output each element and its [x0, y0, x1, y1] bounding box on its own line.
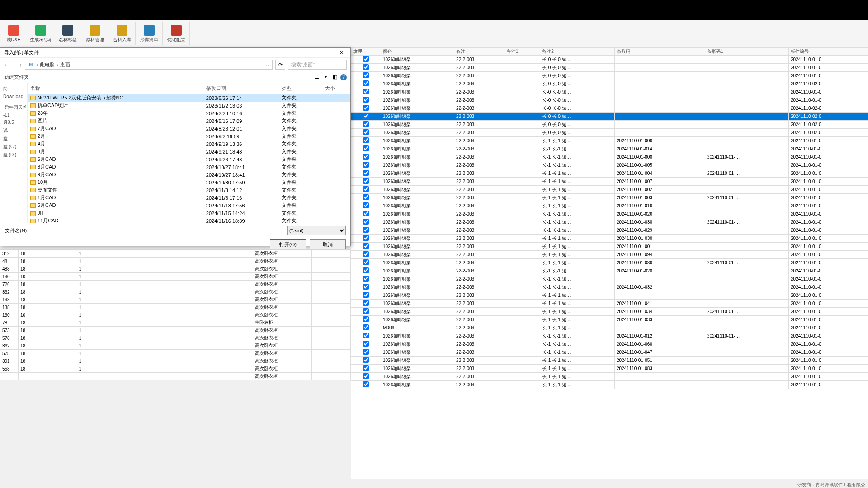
table-row[interactable]: 1026咖啡银梨22-2-003长-1 长-1 短…20241110-01-02… [351, 267, 868, 275]
row-checkbox[interactable] [363, 89, 369, 94]
preview-pane-icon[interactable]: ◧ [331, 74, 339, 81]
row-checkbox[interactable] [363, 121, 369, 127]
file-row[interactable]: 3月 2024/9/21 18:48文件夹 [28, 148, 350, 155]
table-row[interactable]: 1026咖啡银梨22-2-003长-1 长-1 短…20241110-01-00… [351, 161, 868, 169]
table-row[interactable]: 1026咖啡银梨22-2-003长-1 长-1 短…20241110-01-05… [351, 357, 868, 365]
row-checkbox[interactable] [363, 284, 369, 290]
row-checkbox[interactable] [363, 251, 369, 257]
row-checkbox[interactable] [363, 292, 369, 298]
table-row[interactable]: 362181 高次卧衣柜 [0, 288, 351, 296]
data-grid[interactable]: 纹理颜色备注备注1备注2条形码条形码1板件编号 1026咖啡银梨22-2-003… [351, 47, 868, 479]
row-checkbox[interactable] [363, 349, 369, 355]
toolbar-button[interactable]: 优化配置 [163, 22, 190, 45]
column-header[interactable]: 板件编号 [789, 48, 868, 56]
help-icon[interactable]: ? [340, 74, 347, 80]
row-checkbox[interactable] [363, 381, 369, 387]
row-checkbox[interactable] [363, 113, 369, 119]
column-header[interactable]: 纹理 [351, 48, 381, 56]
table-row[interactable]: 1026咖啡银梨22-2-003长-1 长-1 短…20241110-01-04… [351, 300, 868, 308]
table-row[interactable]: 1026咖啡银梨22-2-003长-1 长-1 短…20241110-01-03… [351, 316, 868, 324]
close-icon[interactable]: ✕ [336, 50, 347, 56]
table-row[interactable]: 1026咖啡银梨22-2-003长-1 长-1 短…20241110-01-09… [351, 251, 868, 259]
new-folder-button[interactable]: 新建文件夹 [4, 74, 29, 80]
row-checkbox[interactable] [363, 178, 369, 184]
table-row[interactable]: 78181 主卧衣柜 [0, 319, 351, 327]
row-checkbox[interactable] [363, 333, 369, 338]
file-row[interactable]: 23年 2024/2/23 10:16文件夹 [28, 109, 350, 117]
row-checkbox[interactable] [363, 194, 369, 200]
table-row[interactable]: 1026咖啡银梨22-2-003长-0 长-0 短…20241110-01-0 [351, 72, 868, 80]
row-checkbox[interactable] [363, 154, 369, 160]
table-row[interactable]: 1026咖啡银梨22-2-003长-1 长-1 短…20241110-01-02… [351, 226, 868, 235]
file-row[interactable]: 拆单CAD统计 2023/11/2 13:03文件夹 [28, 102, 350, 109]
toolbar-button[interactable]: 合料入库 [108, 22, 136, 45]
row-checkbox[interactable] [363, 72, 369, 78]
table-row[interactable]: 1026咖啡银梨22-2-003长-1 长-1 短…20241110-01-03… [351, 308, 868, 316]
column-header[interactable]: 条形码1 [705, 48, 789, 56]
file-row[interactable]: 图片 2024/5/16 17:09文件夹 [28, 117, 350, 125]
table-row[interactable]: 1026咖啡银梨22-2-003长-1 长-1 短…20241110-01-01… [351, 332, 868, 340]
file-row[interactable]: 8月CAD 2024/10/27 18:41文件夹 [28, 163, 350, 171]
table-row[interactable]: 391181 高次卧衣柜 [0, 357, 351, 365]
file-row[interactable]: 5月CAD 2024/11/13 17:56文件夹 [28, 202, 350, 209]
column-header[interactable]: 颜色 [381, 48, 454, 56]
view-dropdown-icon[interactable]: ▼ [322, 74, 330, 81]
table-row[interactable]: 1026咖啡银梨22-2-003长-0 长-0 短…20241110-02-0 [351, 121, 868, 129]
table-row[interactable]: 1026咖啡银梨22-2-003长-1 长-1 短…20241110-01-00… [351, 178, 868, 186]
tree-item[interactable]: 月3.5 [1, 118, 26, 127]
table-row[interactable]: 1026咖啡银梨22-2-003长-1 长-1 短…20241110-01-0 [351, 291, 868, 300]
open-button[interactable]: 打开(O) [270, 239, 306, 249]
row-checkbox[interactable] [363, 308, 369, 314]
address-bar[interactable]: 🖥 › 此电脑 › 桌面 ⌄ [25, 60, 273, 70]
tree-item[interactable]: -11 [1, 112, 26, 118]
table-row[interactable]: 1026咖啡银梨22-2-003长-0 长-0 短…20241110-02-0 [351, 80, 868, 88]
row-checkbox[interactable] [363, 97, 369, 103]
table-row[interactable]: 1026咖啡银梨22-2-003长-1 长-1 短…20241110-01-00… [351, 243, 868, 251]
filetype-select[interactable]: (*.xml) [287, 226, 346, 235]
column-header[interactable]: 备注 [454, 48, 505, 56]
table-row[interactable]: 1026咖啡银梨22-2-003长-1 长-1 短…20241110-01-04… [351, 348, 868, 357]
view-mode-icon[interactable]: ☰ [313, 74, 321, 81]
table-row[interactable]: 130101 高次卧衣柜 [0, 311, 351, 319]
table-row[interactable]: 138181 高次卧衣柜 [0, 296, 351, 304]
table-row[interactable]: 1026咖啡银梨22-2-003长-0 长-0 短…20241110-02-0 [351, 104, 868, 113]
up-icon[interactable]: ↑ [19, 62, 22, 67]
table-row[interactable]: 488181 高次卧衣柜 [0, 265, 351, 273]
column-header[interactable]: 备注1 [505, 48, 540, 56]
table-row[interactable]: 1026咖啡银梨22-2-003长-1 长-1 短…20241110-01-01… [351, 145, 868, 153]
toolbar-button[interactable]: 生成G代码 [27, 22, 54, 45]
row-checkbox[interactable] [363, 341, 369, 347]
table-row[interactable]: 130101 高次卧衣柜 [0, 273, 351, 281]
table-row[interactable]: 1026咖啡银梨22-2-003长-0 长-0 短…20241110-01-0 [351, 56, 868, 64]
row-checkbox[interactable] [363, 365, 369, 371]
chevron-down-icon[interactable]: ⌄ [265, 62, 269, 68]
table-row[interactable]: 1026咖啡银梨22-2-003长-1 长-1 短…20241110-01-0 [351, 275, 868, 283]
file-row[interactable]: 7月CAD 2024/8/28 12:01文件夹 [28, 125, 350, 132]
table-row[interactable]: 1026咖啡银梨22-2-003长-1 长-1 短…20241110-01-0 [351, 381, 868, 389]
table-row[interactable]: 1026咖啡银梨22-2-003长-1 长-1 短…20241110-01-03… [351, 235, 868, 243]
file-row[interactable]: 桌面文件 2024/11/3 14:12文件夹 [28, 186, 350, 194]
table-row[interactable]: 1026咖啡银梨22-2-003长-1 长-1 短…20241110-01-06… [351, 340, 868, 348]
table-row[interactable]: 575181 高次卧衣柜 [0, 350, 351, 357]
column-header[interactable]: 名称 [28, 83, 203, 94]
toolbar-button[interactable]: 成DXF [0, 22, 27, 45]
table-row[interactable]: 1026咖啡银梨22-2-003长-1 长-1 短…20241110-01-01… [351, 202, 868, 210]
row-checkbox[interactable] [363, 170, 369, 176]
tree-item[interactable]: 间 [1, 85, 26, 93]
column-header[interactable]: 大小 [322, 83, 350, 94]
table-row[interactable]: 138181 高次卧衣柜 [0, 304, 351, 311]
toolbar-button[interactable]: 冷库清单 [136, 22, 163, 45]
table-row[interactable]: M00622-2-003长-1 长-1 短…20241110-01-0 [351, 324, 868, 332]
row-checkbox[interactable] [363, 316, 369, 322]
row-checkbox[interactable] [363, 227, 369, 233]
row-checkbox[interactable] [363, 105, 369, 111]
column-header[interactable]: 条形码 [614, 48, 705, 56]
filename-input[interactable] [32, 226, 283, 235]
row-checkbox[interactable] [363, 211, 369, 216]
row-checkbox[interactable] [363, 56, 369, 62]
table-row[interactable]: 1026咖啡银梨22-2-003长-0 长-0 短…20241110-02-0 [351, 113, 868, 121]
file-row[interactable]: NCVIEWER5.2汉化版免安装（超赞NC... 2023/5/26 17:1… [28, 94, 350, 102]
table-row[interactable]: 578181 高次卧衣柜 [0, 334, 351, 342]
column-header[interactable]: 备注2 [540, 48, 615, 56]
column-header[interactable]: 类型 [279, 83, 322, 94]
